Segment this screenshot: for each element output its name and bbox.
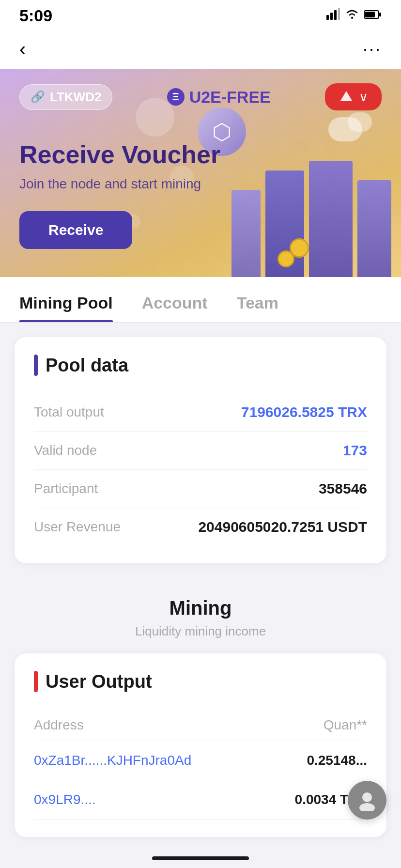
svg-point-9 — [362, 792, 372, 802]
back-button[interactable]: ‹ — [19, 39, 26, 59]
wifi-icon — [345, 9, 359, 22]
mining-subtitle: Liquidity mining income — [15, 624, 386, 639]
hero-content: Receive Voucher Join the node and start … — [19, 140, 382, 249]
hero-banner: ⬡ 🔗 LTKWD2 Ξ U2E-FREE ∨ — [0, 69, 401, 277]
tabs-section: Mining Pool Account Team — [0, 277, 401, 323]
hero-top-bar: 🔗 LTKWD2 Ξ U2E-FREE ∨ — [19, 83, 382, 110]
brand-name: U2E-FREE — [189, 88, 271, 107]
quantity-header: Quan** — [324, 717, 367, 733]
status-time: 5:09 — [19, 6, 52, 25]
tab-mining-pool[interactable]: Mining Pool — [19, 277, 113, 322]
participant-value: 358546 — [319, 480, 367, 497]
output-address-2[interactable]: 0x9LR9.... — [34, 792, 96, 807]
tron-chevron: ∨ — [359, 90, 368, 105]
status-bar: 5:09 — [0, 0, 401, 29]
total-output-value: 7196026.5825 TRX — [241, 404, 367, 420]
participant-label: Participant — [34, 481, 98, 496]
total-output-row: Total output 7196026.5825 TRX — [34, 393, 367, 432]
svg-marker-8 — [340, 91, 352, 101]
referral-badge: 🔗 LTKWD2 — [19, 84, 112, 110]
card-title-row: Pool data — [34, 355, 367, 376]
user-output-title-row: User Output — [34, 671, 367, 692]
referral-code: LTKWD2 — [50, 90, 101, 105]
floating-avatar[interactable] — [348, 781, 386, 820]
home-indicator — [152, 856, 249, 860]
pool-data-card: Pool data Total output 7196026.5825 TRX … — [15, 337, 386, 563]
user-revenue-label: User Revenue — [34, 519, 121, 535]
tron-logo — [339, 89, 354, 105]
svg-rect-0 — [326, 15, 329, 20]
mining-section: Mining Liquidity mining income — [0, 578, 401, 649]
tab-account[interactable]: Account — [142, 277, 208, 322]
address-header: Address — [34, 717, 84, 733]
tron-button[interactable]: ∨ — [325, 83, 382, 110]
svg-rect-7 — [365, 12, 375, 17]
mining-title: Mining — [15, 597, 386, 619]
battery-icon — [364, 9, 382, 22]
valid-node-value: 173 — [343, 442, 367, 459]
user-output-section: User Output Address Quan** 0xZa1Br......… — [0, 649, 401, 852]
brand-icon: Ξ — [167, 88, 185, 106]
pool-data-title: Pool data — [46, 355, 128, 376]
svg-point-10 — [359, 803, 375, 811]
participant-row: Participant 358546 — [34, 470, 367, 508]
svg-rect-6 — [379, 13, 381, 16]
pool-data-section: Pool data Total output 7196026.5825 TRX … — [0, 323, 401, 578]
user-output-accent-bar — [34, 671, 38, 692]
card-accent-bar — [34, 355, 38, 376]
output-row-1: 0xZa1Br......KJHFnJra0Ad 0.25148... — [34, 741, 367, 780]
svg-point-4 — [351, 17, 353, 19]
tab-team[interactable]: Team — [237, 277, 278, 322]
status-icons — [326, 8, 382, 23]
valid-node-label: Valid node — [34, 443, 97, 458]
hero-title: Receive Voucher — [19, 140, 382, 170]
svg-rect-3 — [338, 8, 340, 20]
hero-subtitle: Join the node and start mining — [19, 176, 382, 192]
tabs-row: Mining Pool Account Team — [19, 277, 382, 322]
user-revenue-row: User Revenue 20490605020.7251 USDT — [34, 508, 367, 546]
svg-rect-1 — [330, 13, 333, 20]
svg-rect-2 — [334, 10, 337, 20]
total-output-label: Total output — [34, 404, 104, 420]
output-table-header: Address Quan** — [34, 710, 367, 741]
user-output-card: User Output Address Quan** 0xZa1Br......… — [15, 653, 386, 837]
receive-button[interactable]: Receive — [19, 211, 132, 249]
output-row-2: 0x9LR9.... 0.0034 TRX — [34, 780, 367, 820]
more-button[interactable]: ··· — [363, 39, 382, 59]
signal-icon — [326, 8, 340, 23]
brand-logo: Ξ U2E-FREE — [167, 88, 271, 107]
output-amount-1: 0.25148... — [307, 753, 367, 768]
output-address-1[interactable]: 0xZa1Br......KJHFnJra0Ad — [34, 753, 191, 768]
valid-node-row: Valid node 173 — [34, 432, 367, 470]
nav-bar: ‹ ··· — [0, 29, 401, 69]
user-revenue-value: 20490605020.7251 USDT — [198, 519, 367, 535]
user-output-title: User Output — [46, 671, 152, 692]
link-icon: 🔗 — [31, 90, 45, 104]
